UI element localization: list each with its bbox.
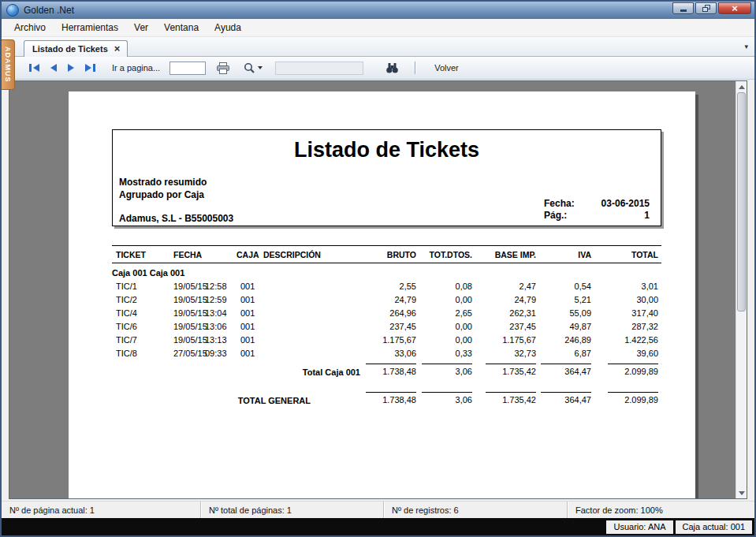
menu-ver[interactable]: Ver xyxy=(126,20,156,35)
cell-caja: 001 xyxy=(236,334,263,347)
total-general-bruto-value: 1.738,48 xyxy=(366,392,416,405)
report-title: Listado de Tickets xyxy=(113,138,661,162)
menu-ventana[interactable]: Ventana xyxy=(156,20,207,35)
scroll-up-button[interactable] xyxy=(736,81,747,92)
total-caja-row: Total Caja 001 1.738,48 3,06 1.735,42 36… xyxy=(112,364,661,382)
bottom-bar: Usuario: ANA Caja actual: 001 xyxy=(2,518,754,535)
cell-iva: 5,21 xyxy=(539,293,594,307)
total-general-base: 1.735,42 xyxy=(475,392,536,405)
total-caja-base-value: 1.735,42 xyxy=(486,364,536,376)
preview-area: Listado de Tickets Mostrado resumido Agr… xyxy=(2,80,754,501)
cell-fecha: 19/05/15 xyxy=(173,280,205,293)
cell-iva: 0,54 xyxy=(539,280,594,293)
find-button[interactable] xyxy=(382,60,402,76)
menu-herramientas[interactable]: Herramientas xyxy=(54,20,126,35)
total-general-row: TOTAL GENERAL 1.738,48 3,06 1.735,42 364… xyxy=(112,392,661,411)
report-table: TICKET FECHA CAJA DESCRIPCIÓN BRUTO TOT.… xyxy=(112,245,661,411)
total-caja-bruto: 1.738,48 xyxy=(315,364,416,376)
table-row: TIC/8 27/05/15 09:33 001 33,06 0,33 32,7… xyxy=(112,347,661,360)
column-header-ticket: TICKET xyxy=(112,250,173,259)
search-input[interactable] xyxy=(275,62,363,75)
zoom-button[interactable] xyxy=(240,60,266,76)
tab-close-icon[interactable]: × xyxy=(114,45,121,53)
cell-iva: 55,09 xyxy=(539,307,594,320)
last-page-button[interactable] xyxy=(81,61,99,75)
volver-button[interactable]: Volver xyxy=(428,61,465,75)
cell-descripcion xyxy=(263,293,315,307)
print-button[interactable] xyxy=(214,60,233,76)
cell-base: 32,73 xyxy=(475,347,539,360)
report-pag-row: Pág.: 1 xyxy=(544,210,650,222)
page-number-input[interactable] xyxy=(169,62,206,75)
total-general-iva: 364,47 xyxy=(539,392,591,405)
status-current-page: Nº de página actual: 1 xyxy=(2,502,201,518)
table-row: TIC/6 19/05/15 13:06 001 237,45 0,00 237… xyxy=(112,320,661,334)
previous-page-button[interactable] xyxy=(47,61,61,75)
cell-base: 2,47 xyxy=(475,280,539,293)
column-header-iva: IVA xyxy=(539,250,594,259)
cell-hora: 12:58 xyxy=(205,280,236,293)
pag-label: Pág.: xyxy=(544,210,567,222)
total-caja-bruto-value: 1.738,48 xyxy=(366,364,416,376)
report-mode-line1: Mostrado resumido xyxy=(119,177,207,188)
menu-archivo[interactable]: Archivo xyxy=(6,20,54,35)
status-zoom: Factor de zoom: 100% xyxy=(568,502,754,518)
side-tab-adamus[interactable]: ADAMUS xyxy=(2,39,15,90)
cell-bruto: 237,45 xyxy=(315,320,419,334)
menu-ayuda[interactable]: Ayuda xyxy=(207,20,249,35)
status-bar: Nº de página actual: 1 Nº total de págin… xyxy=(2,501,754,518)
tab-bar: Listado de Tickets × ▾ xyxy=(2,37,754,57)
cell-total: 3,01 xyxy=(594,280,661,293)
cell-ticket: TIC/7 xyxy=(112,334,173,347)
total-caja-iva: 364,47 xyxy=(539,364,591,376)
column-header-bruto: BRUTO xyxy=(315,250,419,259)
cell-ticket: TIC/2 xyxy=(112,293,173,307)
total-caja-iva-value: 364,47 xyxy=(541,364,591,376)
next-page-button[interactable] xyxy=(64,61,78,75)
last-page-icon xyxy=(93,64,95,72)
cell-total: 317,40 xyxy=(594,307,661,320)
total-caja-base: 1.735,42 xyxy=(475,364,536,376)
restore-button[interactable] xyxy=(695,2,717,14)
tab-listado-de-tickets[interactable]: Listado de Tickets × xyxy=(24,40,128,57)
report-toolbar: Ir a pagina... xyxy=(2,57,754,80)
cell-bruto: 24,79 xyxy=(315,293,419,307)
scrollbar-thumb[interactable] xyxy=(737,92,746,311)
first-page-icon xyxy=(29,64,32,72)
close-button[interactable]: × xyxy=(718,2,751,14)
scroll-up-icon xyxy=(739,85,745,89)
minimize-button[interactable] xyxy=(672,2,694,14)
cell-bruto: 264,96 xyxy=(315,307,419,320)
vertical-scrollbar[interactable] xyxy=(736,81,747,498)
cell-iva: 6,87 xyxy=(539,347,594,360)
cell-fecha: 19/05/15 xyxy=(173,293,205,307)
cell-base: 24,79 xyxy=(475,293,539,307)
total-general-dtos: 3,06 xyxy=(419,392,472,405)
app-icon xyxy=(6,4,19,17)
table-row: TIC/4 19/05/15 13:04 001 264,96 2,65 262… xyxy=(112,307,661,320)
zoom-dropdown-caret-icon[interactable] xyxy=(258,66,263,69)
cell-hora: 13:04 xyxy=(205,307,236,320)
goto-page-label: Ir a pagina... xyxy=(112,63,160,73)
first-page-button[interactable] xyxy=(25,61,43,75)
tab-overflow-dropdown-icon[interactable]: ▾ xyxy=(744,43,748,50)
pag-value: 1 xyxy=(644,210,650,222)
magnifier-icon xyxy=(244,62,255,74)
total-general-total-value: 2.099,89 xyxy=(608,392,658,405)
cell-dtos: 0,00 xyxy=(419,320,475,334)
report-meta: Fecha: 03-06-2015 Pág.: 1 xyxy=(544,198,650,222)
cell-bruto: 1.175,67 xyxy=(315,334,419,347)
scroll-down-button[interactable] xyxy=(736,487,747,498)
restore-icon xyxy=(702,5,710,12)
minimize-icon xyxy=(680,9,687,12)
column-header-caja: CAJA xyxy=(236,250,263,259)
toolbar-separator xyxy=(415,62,415,74)
cell-caja: 001 xyxy=(236,347,263,360)
cell-descripcion xyxy=(263,320,315,334)
cell-hora: 12:59 xyxy=(205,293,236,307)
total-general-base-value: 1.735,42 xyxy=(486,392,536,405)
close-icon: × xyxy=(732,4,738,13)
cell-descripcion xyxy=(263,307,315,320)
cell-base: 237,45 xyxy=(475,320,539,334)
fecha-value: 03-06-2015 xyxy=(601,198,650,210)
